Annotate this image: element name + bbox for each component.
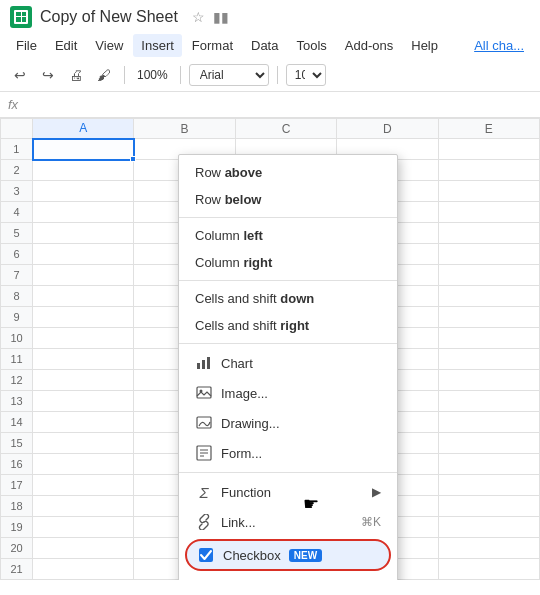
cell-11-0[interactable] bbox=[33, 349, 134, 370]
row-num-20: 20 bbox=[1, 538, 33, 559]
menu-item-row-below[interactable]: Row below bbox=[179, 186, 397, 213]
cell-4-4[interactable] bbox=[438, 202, 539, 223]
formula-bar: fx bbox=[0, 92, 540, 118]
cell-15-0[interactable] bbox=[33, 433, 134, 454]
cell-1-4[interactable] bbox=[438, 139, 539, 160]
toolbar-divider-2 bbox=[180, 66, 181, 84]
cell-20-4[interactable] bbox=[438, 538, 539, 559]
image-icon bbox=[195, 384, 213, 402]
cell-2-4[interactable] bbox=[438, 160, 539, 181]
cell-11-4[interactable] bbox=[438, 349, 539, 370]
comment-icon bbox=[195, 579, 213, 580]
cell-10-4[interactable] bbox=[438, 328, 539, 349]
menu-item-col-right[interactable]: Column right bbox=[179, 249, 397, 276]
cell-4-0[interactable] bbox=[33, 202, 134, 223]
cell-3-4[interactable] bbox=[438, 181, 539, 202]
cell-13-4[interactable] bbox=[438, 391, 539, 412]
menu-item-row-above[interactable]: Row above bbox=[179, 159, 397, 186]
menu-item-checkbox[interactable]: Checkbox NEW bbox=[185, 539, 391, 571]
cell-18-0[interactable] bbox=[33, 496, 134, 517]
menu-item-comment[interactable]: Comment ⌘+Option+M bbox=[179, 573, 397, 580]
col-header-e[interactable]: E bbox=[438, 119, 539, 139]
menu-file[interactable]: File bbox=[8, 34, 45, 57]
cell-7-0[interactable] bbox=[33, 265, 134, 286]
menu-edit[interactable]: Edit bbox=[47, 34, 85, 57]
menu-item-drawing[interactable]: Drawing... bbox=[179, 408, 397, 438]
menu-data[interactable]: Data bbox=[243, 34, 286, 57]
menu-addons[interactable]: Add-ons bbox=[337, 34, 401, 57]
cell-16-0[interactable] bbox=[33, 454, 134, 475]
cell-9-0[interactable] bbox=[33, 307, 134, 328]
cell-1-0[interactable] bbox=[33, 139, 134, 160]
star-icon[interactable]: ☆ bbox=[192, 9, 205, 25]
row-num-3: 3 bbox=[1, 181, 33, 202]
cell-8-0[interactable] bbox=[33, 286, 134, 307]
separator-1 bbox=[179, 217, 397, 218]
cell-3-0[interactable] bbox=[33, 181, 134, 202]
cell-6-4[interactable] bbox=[438, 244, 539, 265]
menu-help[interactable]: Help bbox=[403, 34, 446, 57]
menu-allcharts[interactable]: All cha... bbox=[466, 34, 532, 57]
redo-button[interactable]: ↪ bbox=[36, 63, 60, 87]
cell-6-0[interactable] bbox=[33, 244, 134, 265]
menu-item-function[interactable]: Σ Function ▶ bbox=[179, 477, 397, 507]
cell-20-0[interactable] bbox=[33, 538, 134, 559]
cell-12-4[interactable] bbox=[438, 370, 539, 391]
row-num-2: 2 bbox=[1, 160, 33, 181]
menu-item-form[interactable]: Form... bbox=[179, 438, 397, 468]
col-header-a[interactable]: A bbox=[33, 119, 134, 139]
cell-8-4[interactable] bbox=[438, 286, 539, 307]
cell-17-4[interactable] bbox=[438, 475, 539, 496]
menu-item-image[interactable]: Image... bbox=[179, 378, 397, 408]
svg-rect-3 bbox=[197, 387, 211, 398]
cell-19-4[interactable] bbox=[438, 517, 539, 538]
cell-18-4[interactable] bbox=[438, 496, 539, 517]
spreadsheet-container: A B C D E 123456789101112131415161718192… bbox=[0, 118, 540, 580]
cell-14-0[interactable] bbox=[33, 412, 134, 433]
cell-17-0[interactable] bbox=[33, 475, 134, 496]
font-size-selector[interactable]: 10 bbox=[286, 64, 326, 86]
toolbar-divider-1 bbox=[124, 66, 125, 84]
cell-15-4[interactable] bbox=[438, 433, 539, 454]
menu-item-link[interactable]: Link... ⌘K bbox=[179, 507, 397, 537]
form-icon bbox=[195, 444, 213, 462]
col-header-c[interactable]: C bbox=[235, 119, 336, 139]
menu-format[interactable]: Format bbox=[184, 34, 241, 57]
col-header-d[interactable]: D bbox=[337, 119, 438, 139]
cell-9-4[interactable] bbox=[438, 307, 539, 328]
cell-5-4[interactable] bbox=[438, 223, 539, 244]
chart-label: Chart bbox=[221, 356, 253, 371]
cell-2-0[interactable] bbox=[33, 160, 134, 181]
menu-item-cells-shift-down[interactable]: Cells and shift down bbox=[179, 285, 397, 312]
zoom-level[interactable]: 100% bbox=[133, 68, 172, 82]
link-label: Link... bbox=[221, 515, 256, 530]
separator-3 bbox=[179, 343, 397, 344]
col-header-b[interactable]: B bbox=[134, 119, 235, 139]
folder-icon[interactable]: ▮▮ bbox=[213, 9, 229, 25]
cell-10-0[interactable] bbox=[33, 328, 134, 349]
cell-14-4[interactable] bbox=[438, 412, 539, 433]
font-selector[interactable]: Arial bbox=[189, 64, 269, 86]
cell-7-4[interactable] bbox=[438, 265, 539, 286]
cell-21-4[interactable] bbox=[438, 559, 539, 580]
cell-12-0[interactable] bbox=[33, 370, 134, 391]
undo-button[interactable]: ↩ bbox=[8, 63, 32, 87]
menu-item-cells-shift-right[interactable]: Cells and shift right bbox=[179, 312, 397, 339]
fx-label: fx bbox=[8, 97, 18, 112]
svg-rect-2 bbox=[207, 357, 210, 369]
paintformat-button[interactable]: 🖌 bbox=[92, 63, 116, 87]
menu-tools[interactable]: Tools bbox=[288, 34, 334, 57]
cell-13-0[interactable] bbox=[33, 391, 134, 412]
cell-19-0[interactable] bbox=[33, 517, 134, 538]
row-above-label: Row above bbox=[195, 165, 262, 180]
print-button[interactable]: 🖨 bbox=[64, 63, 88, 87]
row-num-16: 16 bbox=[1, 454, 33, 475]
cell-16-4[interactable] bbox=[438, 454, 539, 475]
app-icon bbox=[10, 6, 32, 28]
menu-item-chart[interactable]: Chart bbox=[179, 348, 397, 378]
cell-5-0[interactable] bbox=[33, 223, 134, 244]
cell-21-0[interactable] bbox=[33, 559, 134, 580]
menu-view[interactable]: View bbox=[87, 34, 131, 57]
menu-insert[interactable]: Insert bbox=[133, 34, 182, 57]
menu-item-col-left[interactable]: Column left bbox=[179, 222, 397, 249]
